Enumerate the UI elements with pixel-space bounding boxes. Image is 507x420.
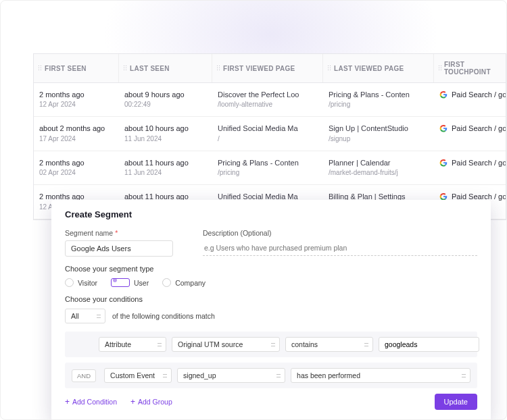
- col-label: FIRST TOUCHPOINT: [444, 61, 500, 76]
- plus-icon: +: [130, 397, 135, 406]
- cell-touchpoint: Paid Search / google: [434, 158, 506, 178]
- cond2-event-select[interactable]: signed_up: [177, 368, 285, 383]
- radio-label: Visitor: [78, 279, 97, 287]
- cond1-type-select[interactable]: Attribute: [99, 337, 166, 352]
- choose-conditions-label: Choose your conditions: [65, 295, 477, 303]
- drag-grip-icon: [438, 65, 441, 72]
- table-row[interactable]: about 2 months ago17 Apr 2024about 10 ho…: [34, 117, 506, 151]
- google-icon: [439, 124, 448, 132]
- drag-grip-icon: [327, 65, 331, 72]
- radio-label: Company: [175, 279, 206, 287]
- cell-first-page: Discover the Perfect Loo/loomly-alternat…: [212, 90, 323, 109]
- add-group-button[interactable]: +Add Group: [130, 397, 172, 406]
- cell-first-seen: 2 months ago12 Apr 2024: [34, 90, 119, 109]
- cell-last-page: Pricing & Plans - Conten/pricing: [323, 90, 434, 109]
- plus-icon: +: [65, 397, 70, 406]
- cell-last-page: Planner | Calendar/market-demand-fruits/…: [323, 158, 434, 178]
- table-row[interactable]: 2 months ago12 Apr 2024about 9 hours ago…: [34, 83, 506, 117]
- cell-first-page: Pricing & Plans - Conten/pricing: [212, 158, 323, 178]
- google-icon: [439, 159, 448, 167]
- cond2-type-select[interactable]: Custom Event: [104, 368, 172, 383]
- col-label: LAST SEEN: [130, 65, 170, 72]
- table-body: 2 months ago12 Apr 2024about 9 hours ago…: [34, 83, 506, 219]
- segment-name-input[interactable]: [65, 240, 173, 257]
- google-icon: [439, 90, 448, 99]
- cond1-attribute-select[interactable]: Original UTM source: [172, 337, 280, 352]
- match-mode-select[interactable]: All: [65, 309, 105, 323]
- cell-first-seen: 2 months ago02 Apr 2024: [34, 158, 119, 178]
- col-first-touchpoint[interactable]: FIRST TOUCHPOINT: [434, 54, 506, 82]
- cell-last-page: Sign Up | ContentStudio/signup: [323, 124, 434, 143]
- description-input[interactable]: [203, 240, 477, 256]
- add-condition-button[interactable]: +Add Condition: [65, 397, 117, 406]
- cell-first-seen: about 2 months ago17 Apr 2024: [34, 124, 119, 143]
- cond1-operator-select[interactable]: contains: [285, 337, 373, 352]
- choose-type-label: Choose your segment type: [65, 265, 477, 273]
- modal-title: Create Segment: [65, 209, 477, 219]
- cell-last-seen: about 9 hours ago00:22:49: [119, 90, 212, 109]
- col-label: FIRST VIEWED PAGE: [223, 65, 295, 72]
- condition-row-2: AND Custom Event signed_up has been perf…: [65, 363, 477, 388]
- radio-company[interactable]: Company: [162, 278, 206, 287]
- radio-user[interactable]: User: [111, 278, 149, 287]
- col-last-viewed-page[interactable]: LAST VIEWED PAGE: [323, 54, 434, 82]
- users-table: FIRST SEEN LAST SEEN FIRST VIEWED PAGE L…: [33, 53, 506, 220]
- cell-touchpoint: Paid Search / google: [434, 124, 506, 143]
- and-operator-pill[interactable]: AND: [72, 369, 96, 382]
- col-label: FIRST SEEN: [45, 65, 87, 72]
- cell-first-page: Unified Social Media Ma/: [212, 124, 323, 143]
- cell-last-seen: about 11 hours ago11 Jun 2024: [119, 158, 212, 178]
- radio-visitor[interactable]: Visitor: [65, 278, 97, 287]
- col-label: LAST VIEWED PAGE: [334, 65, 404, 72]
- table-header-row: FIRST SEEN LAST SEEN FIRST VIEWED PAGE L…: [34, 54, 506, 83]
- description-label: Description (Optional): [203, 229, 477, 237]
- table-row[interactable]: 2 months ago02 Apr 2024about 11 hours ag…: [34, 151, 506, 185]
- radio-icon: [65, 278, 74, 287]
- cond1-value-input[interactable]: [379, 337, 479, 352]
- radio-label: User: [134, 279, 149, 287]
- drag-grip-icon: [123, 65, 127, 72]
- drag-grip-icon: [38, 65, 42, 72]
- match-text: of the following conditions match: [112, 312, 215, 320]
- col-first-seen[interactable]: FIRST SEEN: [34, 54, 119, 82]
- cond2-operator-select[interactable]: has been performed: [291, 368, 470, 383]
- condition-row-1: Attribute Original UTM source contains: [65, 332, 477, 357]
- cell-touchpoint: Paid Search / google: [434, 90, 506, 109]
- col-last-seen[interactable]: LAST SEEN: [119, 54, 212, 82]
- radio-icon: [111, 278, 130, 287]
- segment-name-label: Segment name *: [65, 229, 187, 237]
- drag-grip-icon: [216, 65, 220, 72]
- update-button[interactable]: Update: [435, 394, 477, 410]
- radio-icon: [162, 278, 171, 287]
- cell-last-seen: about 10 hours ago11 Jun 2024: [119, 124, 212, 143]
- col-first-viewed-page[interactable]: FIRST VIEWED PAGE: [212, 54, 323, 82]
- create-segment-modal: Create Segment Segment name * Descriptio…: [51, 200, 491, 420]
